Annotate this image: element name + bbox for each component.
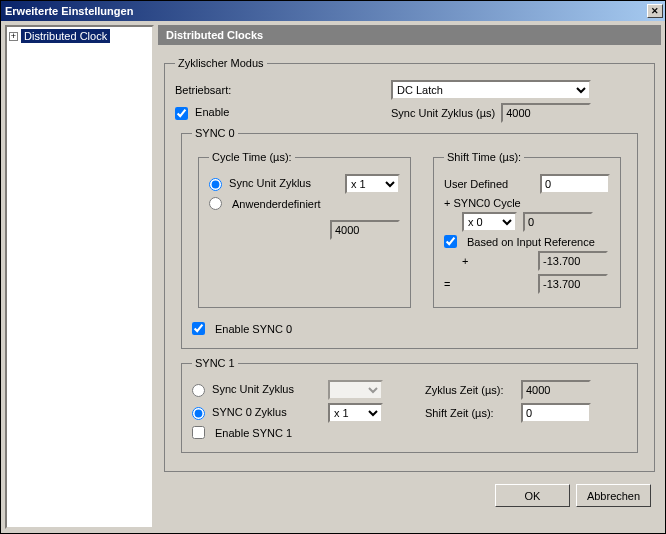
radio-sync1-syncunit[interactable] [192, 384, 205, 397]
label-sync0-syncunit: Sync Unit Zyklus [229, 177, 311, 189]
radio-sync0-userdef[interactable] [209, 197, 222, 210]
label-based-on-input-ref: Based on Input Reference [467, 236, 595, 248]
close-icon[interactable]: ✕ [647, 4, 663, 18]
label-sync1-sync0: SYNC 0 Zyklus [212, 406, 287, 418]
checkbox-enable-sync1[interactable] [192, 426, 205, 439]
checkbox-enable-sync0[interactable] [192, 322, 205, 335]
field-user-defined[interactable] [540, 174, 610, 194]
checkbox-based-on-input-ref[interactable] [444, 235, 457, 248]
group-sync0: SYNC 0 Cycle Time (µs): Sync Unit Zyklus [181, 127, 638, 349]
label-sync1-syncunit: Sync Unit Zyklus [212, 383, 294, 395]
legend-sync1: SYNC 1 [192, 357, 238, 369]
label-enable: Enable [195, 106, 229, 118]
field-sync0-cycle-value [330, 220, 400, 240]
group-sync0-shift: Shift Time (µs): User Defined + SYNC0 Cy… [433, 151, 621, 308]
window-title: Erweiterte Einstellungen [5, 5, 133, 17]
nav-tree[interactable]: + Distributed Clock [5, 25, 154, 529]
select-sync1-mult-disabled [328, 380, 383, 400]
ok-button[interactable]: OK [495, 484, 570, 507]
field-sync-unit-cycle [501, 103, 591, 123]
legend-cyclic: Zyklischer Modus [175, 57, 267, 69]
label-sync1-shift: Shift Zeit (µs): [425, 407, 515, 419]
label-enable-sync0: Enable SYNC 0 [215, 323, 292, 335]
group-sync1: SYNC 1 Sync Unit Zyklus Zyklus Zeit (µs)… [181, 357, 638, 453]
titlebar: Erweiterte Einstellungen ✕ [1, 1, 665, 21]
field-sync1-shift[interactable] [521, 403, 591, 423]
label-sync-unit-cycle: Sync Unit Zyklus (µs) [391, 107, 495, 119]
label-eq-sign: = [444, 278, 532, 290]
group-cyclic-mode: Zyklischer Modus Betriebsart: DC Latch E… [164, 57, 655, 472]
select-sync0-mult[interactable]: x 1 [345, 174, 400, 194]
label-sync1-cycle: Zyklus Zeit (µs): [425, 384, 515, 396]
field-sync1-cycle [521, 380, 591, 400]
tree-expand-icon[interactable]: + [9, 32, 18, 41]
field-plus-value [523, 212, 593, 232]
legend-sync0: SYNC 0 [192, 127, 238, 139]
label-sync0-userdef: Anwenderdefiniert [232, 198, 321, 210]
field-shift-plus [538, 251, 608, 271]
label-plus-sign: + [462, 255, 532, 267]
label-enable-sync1: Enable SYNC 1 [215, 427, 292, 439]
select-operation-mode[interactable]: DC Latch [391, 80, 591, 100]
label-user-defined: User Defined [444, 178, 534, 190]
select-sync1-mult[interactable]: x 1 [328, 403, 383, 423]
legend-sync0-cycle: Cycle Time (µs): [209, 151, 295, 163]
group-sync0-cycle: Cycle Time (µs): Sync Unit Zyklus x 1 [198, 151, 411, 308]
tree-item-distributed-clock[interactable]: Distributed Clock [21, 29, 110, 43]
dialog-window: Erweiterte Einstellungen ✕ + Distributed… [0, 0, 666, 534]
select-plus-mult[interactable]: x 0 [462, 212, 517, 232]
legend-sync0-shift: Shift Time (µs): [444, 151, 524, 163]
checkbox-enable[interactable] [175, 107, 188, 120]
field-shift-eq [538, 274, 608, 294]
label-mode: Betriebsart: [175, 84, 385, 96]
radio-sync1-sync0[interactable] [192, 407, 205, 420]
radio-sync0-syncunit[interactable] [209, 178, 222, 191]
page-title: Distributed Clocks [158, 25, 661, 45]
label-plus-sync0-cycle: + SYNC0 Cycle [444, 197, 521, 209]
cancel-button[interactable]: Abbrechen [576, 484, 651, 507]
